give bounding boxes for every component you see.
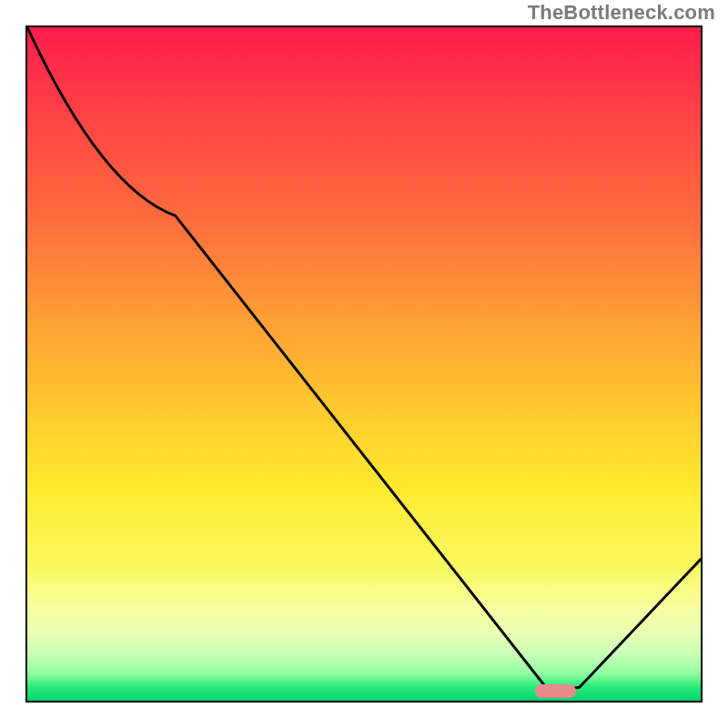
attribution-label: TheBottleneck.com — [528, 1, 715, 25]
chart-container: TheBottleneck.com — [0, 0, 728, 728]
bottleneck-curve — [27, 27, 701, 701]
sweet-spot-marker — [535, 684, 576, 698]
plot-area — [25, 25, 703, 703]
